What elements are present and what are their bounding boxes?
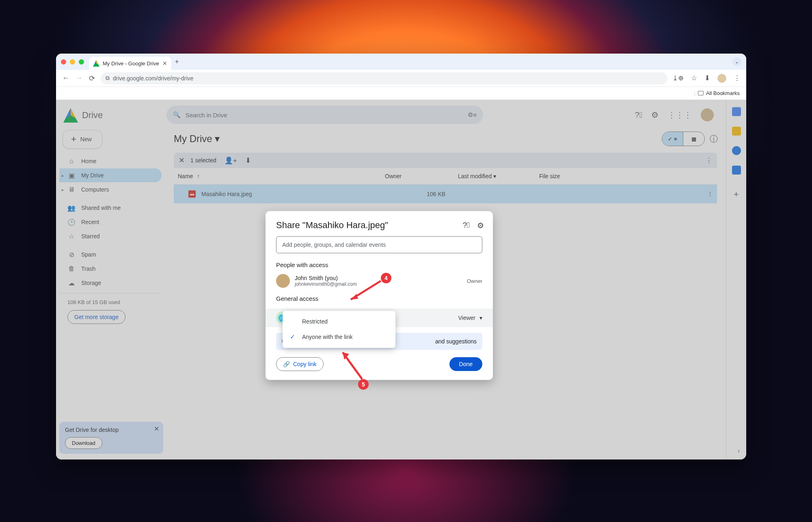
toolbar: ← → ⟳ ⧉ drive.google.com/drive/my-drive … (56, 70, 746, 87)
people-with-access-heading: People with access (266, 261, 493, 272)
check-icon: ✓ (290, 333, 297, 341)
annotation-marker-5: 5 (358, 379, 369, 390)
tabs-dropdown-button[interactable]: ⌄ (732, 57, 741, 66)
forward-button[interactable]: → (75, 74, 83, 82)
minimize-window-icon[interactable] (70, 59, 75, 65)
profile-avatar-icon[interactable] (717, 74, 726, 83)
titlebar: My Drive - Google Drive ✕ + ⌄ (56, 54, 746, 70)
owner-avatar-icon (276, 274, 290, 288)
owner-role: Owner (467, 278, 482, 284)
address-bar[interactable]: ⧉ drive.google.com/drive/my-drive (101, 72, 667, 84)
folder-icon (698, 91, 704, 95)
browser-menu-icon[interactable]: ⋮ (734, 74, 741, 82)
back-button[interactable]: ← (62, 74, 70, 82)
browser-window: My Drive - Google Drive ✕ + ⌄ ← → ⟳ ⧉ dr… (56, 54, 746, 459)
window-controls[interactable] (61, 59, 84, 65)
dropdown-option-anyone[interactable]: ✓ Anyone with the link (283, 329, 395, 345)
dialog-title: Share "Masahiko Hara.jpeg" (276, 220, 388, 231)
copy-link-button[interactable]: 🔗 Copy link (276, 357, 324, 371)
bookmarks-bar: | All Bookmarks (56, 87, 746, 100)
new-tab-button[interactable]: + (171, 58, 183, 65)
annotation-marker-4: 4 (381, 273, 391, 283)
bookmark-star-icon[interactable]: ☆ (691, 74, 697, 82)
downloads-icon[interactable]: ⬇ (704, 74, 710, 82)
browser-tab[interactable]: My Drive - Google Drive ✕ (89, 57, 171, 70)
annotation-arrow-4 (345, 279, 382, 305)
tab-close-icon[interactable]: ✕ (162, 60, 167, 67)
done-button[interactable]: Done (449, 357, 482, 371)
reload-button[interactable]: ⟳ (88, 74, 96, 83)
all-bookmarks-button[interactable]: All Bookmarks (706, 90, 740, 96)
add-people-input[interactable]: Add people, groups, and calendar events (276, 236, 482, 253)
url-text: drive.google.com/drive/my-drive (113, 75, 193, 82)
maximize-window-icon[interactable] (79, 59, 84, 65)
role-dropdown[interactable]: Viewer ▾ (458, 315, 482, 321)
link-icon: 🔗 (283, 361, 290, 367)
annotation-arrow-5 (337, 347, 365, 382)
dialog-settings-icon[interactable]: ⚙ (477, 221, 484, 230)
dialog-help-icon[interactable]: ?⃝ (462, 221, 470, 230)
close-window-icon[interactable] (61, 59, 66, 65)
site-info-icon[interactable]: ⧉ (106, 75, 110, 82)
tab-title: My Drive - Google Drive (103, 60, 159, 67)
access-dropdown-menu: Restricted ✓ Anyone with the link (283, 311, 395, 348)
install-app-icon[interactable]: ⤓⊕ (672, 74, 684, 82)
drive-favicon-icon (93, 60, 99, 67)
dropdown-option-restricted[interactable]: Restricted (283, 314, 395, 329)
chevron-down-icon: ▾ (479, 315, 482, 321)
share-dialog: Share "Masahiko Hara.jpeg" ?⃝ ⚙ Add peop… (266, 211, 493, 380)
